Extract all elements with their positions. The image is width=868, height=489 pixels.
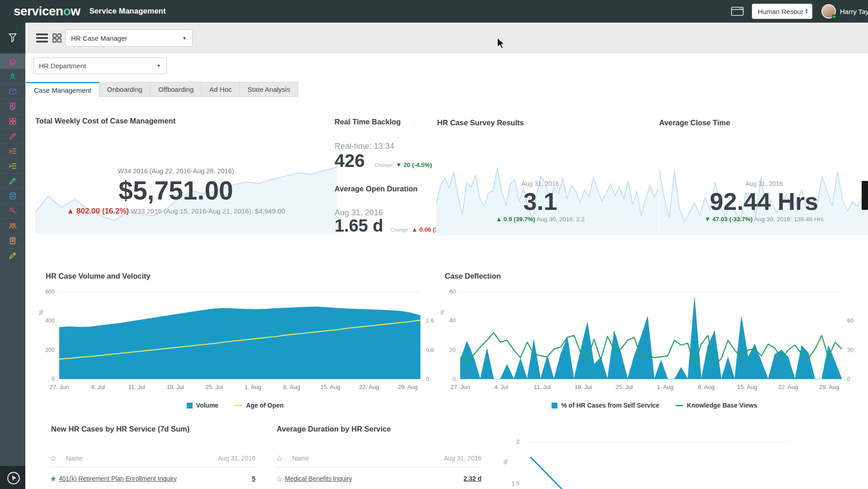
scrollbar-thumb[interactable] (862, 181, 868, 210)
svg-text:27. Jun: 27. Jun (451, 384, 470, 390)
kb-views-legend-swatch (675, 405, 683, 406)
svg-text:600: 600 (45, 289, 55, 295)
sidebar-item-edit-yellow[interactable] (0, 248, 25, 263)
tab-offboarding[interactable]: Offboarding (151, 82, 202, 97)
survey-date: Aug 31, 2016 (436, 180, 644, 187)
backlog-change: ▼ 20 (-4.5%) (396, 161, 432, 168)
database-icon (8, 191, 17, 200)
sidebar-item-list-orange[interactable] (0, 143, 25, 158)
volume-velocity-chart: 020040060000.81.6%27. Jun4. Jul11. Jul18… (36, 284, 434, 403)
volume-chart-title: HR Case Volume and Velocity (46, 272, 151, 280)
sidebar-item-home[interactable] (0, 54, 25, 69)
window-icon[interactable] (731, 7, 744, 16)
hamburger-menu-icon[interactable] (36, 33, 48, 43)
spinner-arrows-icon: ▲▼ (805, 9, 808, 14)
case-type-link[interactable]: Medical Benefits Inquiry (285, 475, 352, 482)
svg-text:25. Jul: 25. Jul (616, 384, 633, 390)
duration-table: ☆ Name Aug 31, 2016 ☆ Medical Benefits I… (276, 451, 481, 485)
favorite-star-icon[interactable]: ☆ (276, 454, 285, 463)
tab-onboarding[interactable]: Onboarding (99, 82, 151, 97)
self-service-legend-label[interactable]: % of HR Cases from Self Service (561, 402, 659, 409)
divider (276, 467, 481, 467)
cost-compare: W33 2016 (Aug 15, 2016-Aug 21, 2016): $4… (131, 207, 285, 215)
date-column-header: Aug 31, 2016 (218, 455, 255, 462)
backlog-widget-title: Real Time Backlog (335, 118, 401, 126)
user-avatar[interactable] (821, 4, 836, 19)
demo-play-button[interactable] (6, 470, 21, 486)
duration-table-title: Average Duration by HR Service (277, 425, 391, 433)
volume-chart-legend: Volume Age of Open (36, 402, 434, 409)
date-column-header: Aug 31, 2016 (444, 455, 481, 462)
scope-select[interactable]: Human Resour ▲▼ (752, 4, 812, 19)
cost-widget-title: Total Weekly Cost of Case Management (35, 117, 175, 125)
open-duration-value: 1.65 d (335, 216, 383, 236)
new-cases-table-header: ☆ Name Aug 31, 2016 (50, 451, 255, 465)
user-name[interactable]: Harry Tayl (840, 8, 868, 15)
favorite-star-icon[interactable]: ★ (50, 474, 59, 484)
apps-icon (8, 117, 17, 126)
sidebar-item-user[interactable] (0, 69, 25, 84)
sidebar-item-apps[interactable] (0, 114, 25, 128)
dashboard-grid-icon[interactable] (52, 33, 62, 43)
tab-state-analysis[interactable]: State Analysis (240, 82, 298, 97)
tab-case-management[interactable]: Case Management (26, 82, 99, 97)
svg-text:0.8: 0.8 (426, 347, 434, 353)
dashboard-select[interactable]: HR Case Manager ▼ (65, 29, 193, 47)
sidebar-item-database[interactable] (0, 188, 25, 203)
name-column-header: Name (292, 455, 309, 462)
volume-legend-label[interactable]: Volume (196, 402, 219, 409)
favorite-star-icon[interactable]: ☆ (276, 474, 285, 484)
svg-text:0: 0 (847, 376, 850, 382)
tab-ad-hoc[interactable]: Ad Hoc (202, 82, 240, 97)
duration-value[interactable]: 2.32 d (463, 475, 481, 482)
top-header-bar: servicenow Service Management Human Reso… (0, 0, 868, 23)
sidebar-item-edit-red[interactable] (0, 128, 25, 143)
svg-text:1.5: 1.5 (512, 480, 519, 487)
volume-legend-swatch (187, 403, 193, 408)
backlog-value: 426 (335, 151, 365, 171)
close-time-compare: Aug 30, 2016: 139.48 Hrs (754, 216, 824, 223)
table-row: ★ 401(k) Retirement Plan Enrollment Inqu… (50, 472, 255, 485)
cost-kpi: W34 2016 (Aug 22, 2016-Aug 28, 2016) $5,… (45, 167, 307, 216)
open-duration-widget-title: Average Open Duration (335, 185, 418, 193)
sidebar-item-note[interactable] (0, 99, 25, 114)
svg-text:8. Aug: 8. Aug (283, 384, 300, 390)
svg-text:60: 60 (847, 318, 854, 324)
sidebar-item-book[interactable] (0, 233, 25, 248)
survey-compare: Aug 30, 2016: 2.2 (537, 216, 585, 223)
svg-text:11. Jul: 11. Jul (534, 384, 551, 390)
kb-views-legend-label[interactable]: Knowledge Base Views (687, 402, 757, 409)
deflection-chart-title: Case Deflection (445, 272, 501, 280)
sidebar-item-edit-green[interactable] (0, 173, 25, 188)
svg-text:15. Aug: 15. Aug (737, 384, 757, 390)
mouse-cursor (496, 38, 505, 49)
age-legend-label[interactable]: Age of Open (246, 402, 283, 409)
favorite-star-icon[interactable]: ☆ (50, 454, 59, 463)
sidebar-item-list-yellow[interactable] (0, 158, 25, 173)
sidebar-item-key[interactable] (0, 203, 25, 218)
svg-text:0: 0 (52, 376, 55, 382)
table-row: ☆ Medical Benefits Inquiry 2.32 d (276, 472, 481, 485)
svg-text:25. Jul: 25. Jul (206, 384, 223, 390)
product-title: Service Management (90, 7, 166, 16)
sidebar-item-groups[interactable] (0, 218, 25, 233)
chevron-down-icon: ▼ (182, 36, 187, 41)
svg-text:60: 60 (449, 289, 456, 295)
scope-select-value: Human Resour (758, 8, 803, 15)
sidebar-filter-section[interactable] (0, 23, 25, 53)
open-duration-kpi: 1.65 d Change: ▲ 0.06 (3.8%) (335, 216, 451, 236)
case-type-link[interactable]: 401(k) Retirement Plan Enrollment Inquir… (59, 475, 177, 482)
case-count-value[interactable]: 5 (252, 475, 255, 482)
svg-text:400: 400 (45, 318, 55, 324)
online-status-dot (832, 14, 836, 19)
backlog-kpi: 426 Change: ▼ 20 (-4.5%) (335, 151, 432, 171)
list-yellow-icon (8, 161, 17, 171)
close-time-change: ▼ 47.03 (-33.7%) (704, 216, 752, 223)
sidebar-item-mail[interactable] (0, 84, 25, 99)
svg-text:20: 20 (449, 347, 456, 353)
name-column-header: Name (66, 455, 83, 462)
new-cases-table: ☆ Name Aug 31, 2016 ★ 401(k) Retirement … (50, 451, 255, 485)
breakdown-select[interactable]: HR.Department ▼ (33, 57, 167, 74)
dashboard-toolbar: HR Case Manager ▼ (25, 23, 868, 53)
list-orange-icon (8, 147, 17, 156)
